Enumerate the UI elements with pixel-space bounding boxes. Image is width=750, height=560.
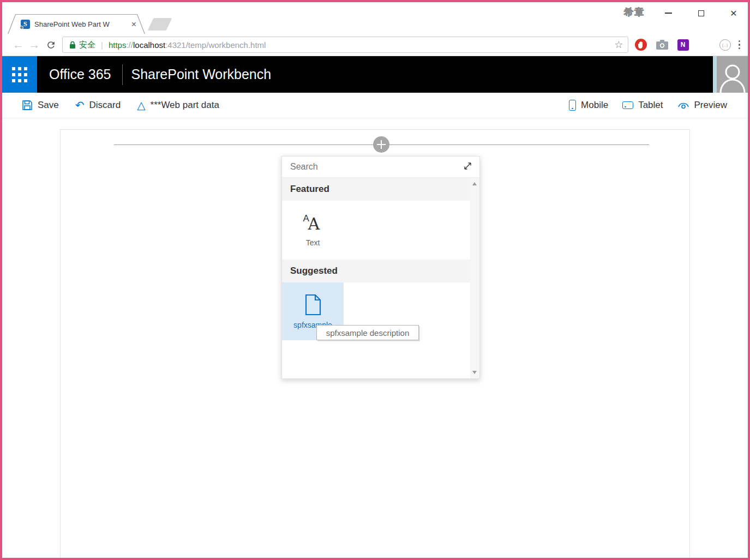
user-avatar[interactable] [717,56,748,93]
minimize-button[interactable] [662,7,675,20]
workbench-command-bar: Save ↶ Discard △ ***Web part data Mobile… [2,93,748,118]
window-controls: × [662,5,740,21]
new-tab-button[interactable] [148,18,172,31]
tab-title: SharePoint Web Part W [34,20,128,28]
picker-search-row [282,156,479,178]
mobile-icon [569,100,576,111]
waffle-icon [12,67,27,82]
preview-eye-icon [677,100,689,110]
browser-toolbar: ← → 安全 | https://localhost:4321/temp/wor… [2,34,748,56]
tablet-icon [622,101,633,109]
scroll-down-icon[interactable] [472,371,477,374]
save-button[interactable]: Save [22,100,59,111]
padlock-icon [69,41,76,49]
save-icon [22,100,33,111]
tablet-button[interactable]: Tablet [622,100,663,111]
secure-label: 安全 [79,40,95,50]
picker-scrollbar[interactable] [470,178,479,378]
chrome-menu-icon[interactable] [739,40,741,50]
office-header: Office 365 SharePoint Workbench [2,56,748,93]
extensions-row: N (...) [635,39,731,51]
annotated-window-frame: S SharePoint Web Part W × 希章 × ← → 安全 | … [0,0,750,560]
watermark-text: 希章 [624,6,662,20]
forward-icon[interactable]: → [26,39,43,51]
picker-body: Featured AA Text Suggested spfxsample [282,178,470,378]
close-button[interactable]: × [727,7,740,20]
screenshot-extension-icon[interactable] [656,39,668,51]
maximize-button[interactable] [694,7,707,20]
secure-badge[interactable]: 安全 [69,40,95,50]
app-launcher-button[interactable] [2,56,37,93]
expand-picker-icon[interactable] [463,161,472,173]
webpart-tile-text[interactable]: AA Text [282,201,344,260]
webpart-data-button[interactable]: △ ***Web part data [137,100,219,111]
webpart-tooltip: spfxsample description [316,325,419,340]
reload-icon[interactable] [43,40,59,50]
onenote-extension-icon[interactable]: N [677,39,689,51]
undo-icon: ↶ [75,100,85,111]
sharepoint-favicon-icon: S [21,20,30,29]
search-input[interactable] [290,162,463,172]
suggested-section-header: Suggested [282,260,470,282]
avatar-strip [713,56,717,93]
url-text[interactable]: https://localhost:4321/temp/workbench.ht… [109,40,610,50]
tab-close-icon[interactable]: × [131,20,136,29]
discard-button[interactable]: ↶ Discard [75,100,121,111]
code-extension-icon[interactable]: (...) [719,39,731,51]
address-separator: | [101,40,103,50]
featured-section-header: Featured [282,178,470,201]
add-webpart-button[interactable] [373,136,389,153]
office-365-label[interactable]: Office 365 [49,67,111,82]
workbench-title: SharePoint Workbench [131,67,272,82]
workbench-content: Featured AA Text Suggested spfxsample [2,118,748,558]
document-icon [304,294,322,316]
mobile-button[interactable]: Mobile [569,100,608,111]
header-divider [122,64,123,85]
browser-tab[interactable]: S SharePoint Web Part W × [8,14,145,34]
triangle-icon: △ [137,100,145,111]
text-webpart-icon: AA [303,213,323,232]
preview-button[interactable]: Preview [677,100,727,111]
scroll-up-icon[interactable] [472,182,477,185]
adblock-extension-icon[interactable] [635,39,647,51]
browser-titlebar: S SharePoint Web Part W × 希章 × [2,2,748,34]
person-icon [719,61,746,93]
address-bar[interactable]: 安全 | https://localhost:4321/temp/workben… [62,37,628,53]
bookmark-star-icon[interactable]: ☆ [614,39,623,51]
back-icon[interactable]: ← [10,39,26,51]
windows-extension-icon[interactable] [698,39,710,51]
browser-window: S SharePoint Web Part W × 希章 × ← → 安全 | … [2,2,748,558]
webpart-picker-popup: Featured AA Text Suggested spfxsample [281,156,480,379]
